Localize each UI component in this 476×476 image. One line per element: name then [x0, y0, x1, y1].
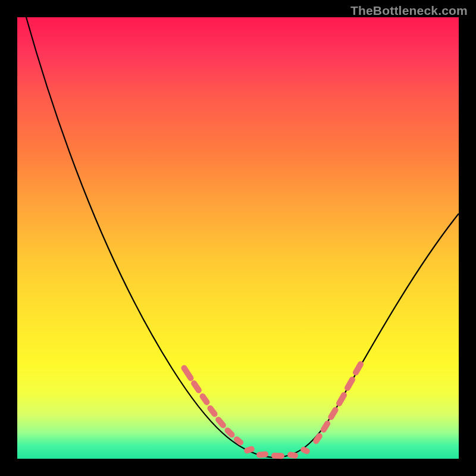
curve-left-descent [26, 17, 273, 458]
bottleneck-curve [17, 17, 459, 459]
dash-bottom-3 [271, 453, 284, 459]
curve-right-ascent [273, 214, 459, 458]
watermark-text: TheBottleneck.com [350, 4, 468, 18]
plot-area [17, 17, 459, 459]
